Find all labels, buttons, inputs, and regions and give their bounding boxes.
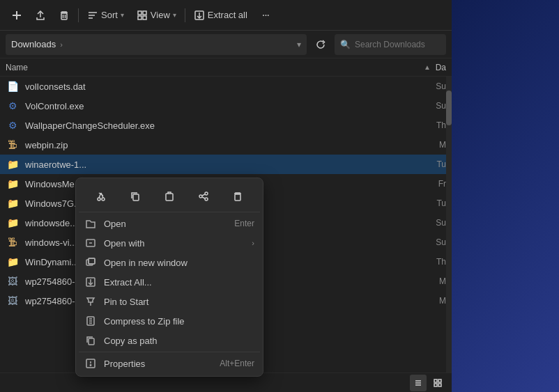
- ctx-divider: [79, 352, 260, 352]
- view-button[interactable]: View ▾: [131, 4, 182, 26]
- ctx-properties-icon: [84, 357, 97, 370]
- file-date: Su: [425, 237, 446, 247]
- delete-button[interactable]: [53, 4, 75, 26]
- more-icon: ···: [260, 10, 271, 21]
- file-row[interactable]: ⚙ WallpaperChangeScheduler.exe Th: [0, 116, 452, 135]
- scrollbar-thumb[interactable]: [446, 91, 452, 125]
- svg-point-50: [90, 365, 91, 366]
- search-box[interactable]: 🔍: [335, 34, 446, 55]
- sort-chevron-icon: ▾: [121, 11, 124, 19]
- new-item-icon: [11, 10, 22, 21]
- ctx-compress-to-zip-label: Compress to Zip file: [104, 316, 254, 327]
- svg-point-22: [98, 198, 100, 201]
- svg-rect-47: [89, 338, 94, 345]
- ctx-extract-all-item[interactable]: Extract All...: [79, 272, 260, 292]
- extract-all-icon: [194, 10, 205, 21]
- context-menu: Open Enter Open with › Open in new windo…: [75, 178, 263, 377]
- svg-rect-27: [133, 194, 139, 201]
- file-icon: 📁: [6, 157, 20, 171]
- search-input[interactable]: [355, 40, 441, 49]
- sort-icon: [87, 10, 98, 21]
- file-row[interactable]: ⚙ VolControl.exe Su: [0, 96, 452, 116]
- file-icon: 📁: [6, 255, 20, 269]
- svg-rect-19: [438, 379, 441, 382]
- ctx-open-item[interactable]: Open Enter: [79, 214, 260, 233]
- file-icon: 🖼: [6, 274, 20, 288]
- svg-rect-34: [235, 194, 240, 201]
- view-chevron-icon: ▾: [173, 11, 176, 19]
- view-label: View: [151, 10, 170, 20]
- svg-rect-28: [166, 194, 173, 201]
- file-row[interactable]: 📁 winaerotwe-1... Tu: [0, 155, 452, 174]
- refresh-button[interactable]: [311, 35, 330, 54]
- file-name: winaerotwe-1...: [25, 159, 425, 170]
- address-path-text: Downloads: [11, 39, 56, 49]
- ctx-extract-icon: [84, 276, 97, 288]
- new-item-button[interactable]: [6, 4, 28, 26]
- file-icon: 📁: [6, 216, 20, 230]
- ctx-copy-as-path-icon: [84, 334, 97, 347]
- svg-rect-12: [143, 16, 146, 19]
- ctx-copy-as-path-label: Copy as path: [104, 336, 254, 346]
- sort-button[interactable]: Sort ▾: [82, 4, 130, 26]
- file-date: Su: [425, 218, 446, 228]
- ctx-cut-button[interactable]: [90, 185, 112, 207]
- file-name: WallpaperChangeScheduler.exe: [25, 120, 425, 131]
- ctx-open-new-window-item[interactable]: Open in new window: [79, 253, 260, 272]
- ctx-delete-button[interactable]: [227, 185, 249, 207]
- svg-rect-18: [434, 379, 437, 382]
- ctx-compress-to-zip-item[interactable]: Compress to Zip file: [79, 311, 260, 331]
- file-name: VolControl.exe: [25, 101, 425, 111]
- file-icon: 📁: [6, 177, 20, 191]
- ctx-copy-as-path-item[interactable]: Copy as path: [79, 331, 260, 350]
- ctx-open-with-label: Open with: [104, 238, 245, 249]
- ctx-pin-to-start-label: Pin to Start: [104, 297, 254, 307]
- file-date: Th: [425, 120, 446, 130]
- file-date: Su: [425, 101, 446, 111]
- file-date: Su: [425, 81, 446, 91]
- svg-rect-21: [438, 384, 441, 386]
- scrollbar-track[interactable]: [446, 77, 452, 373]
- extract-all-button[interactable]: Extract all: [188, 4, 253, 26]
- svg-rect-11: [138, 16, 141, 19]
- file-icon: 📁: [6, 196, 20, 210]
- file-row[interactable]: 🗜 webpin.zip M: [0, 135, 452, 155]
- toolbar: Sort ▾ View ▾ Extract all ···: [0, 0, 452, 31]
- sort-indicator-icon: ▲: [424, 63, 431, 71]
- ctx-pin-to-start-item[interactable]: Pin to Start: [79, 292, 260, 311]
- ctx-compress-icon: [84, 315, 97, 327]
- file-icon: 📄: [6, 79, 20, 93]
- file-date: M: [425, 276, 446, 286]
- file-date: Th: [425, 257, 446, 267]
- ctx-pin-icon: [84, 295, 97, 308]
- address-dropdown-icon[interactable]: ▾: [297, 40, 301, 49]
- svg-rect-10: [143, 11, 146, 15]
- ctx-open-with-icon: [84, 237, 97, 249]
- ctx-extract-all-label: Extract All...: [104, 277, 254, 288]
- ctx-copy-button[interactable]: [124, 185, 146, 207]
- ctx-open-label: Open: [104, 219, 227, 229]
- view-icon: [137, 10, 148, 21]
- ctx-open-icon: [84, 217, 97, 230]
- list-view-button[interactable]: [410, 375, 427, 391]
- address-path[interactable]: Downloads › ▾: [6, 34, 307, 55]
- more-button[interactable]: ···: [254, 4, 277, 26]
- svg-rect-20: [434, 384, 437, 386]
- extract-all-label: Extract all: [208, 10, 247, 20]
- svg-rect-38: [89, 258, 95, 264]
- file-date: Tu: [425, 198, 446, 208]
- grid-view-button[interactable]: [429, 375, 446, 391]
- svg-point-31: [205, 198, 208, 201]
- name-column-header[interactable]: Name: [6, 63, 425, 72]
- context-menu-mini-toolbar: [79, 181, 260, 212]
- ctx-share-button[interactable]: [192, 185, 215, 207]
- path-chevron-icon: ›: [60, 40, 63, 49]
- ctx-properties-item[interactable]: Properties Alt+Enter: [79, 354, 260, 373]
- ctx-open-new-window-label: Open in new window: [104, 258, 254, 268]
- file-row[interactable]: 📄 volIconsets.dat Su: [0, 77, 452, 96]
- ctx-paste-button[interactable]: [158, 185, 181, 207]
- svg-rect-9: [138, 11, 141, 15]
- ctx-open-with-item[interactable]: Open with ›: [79, 233, 260, 253]
- file-name: webpin.zip: [25, 140, 425, 150]
- share-button[interactable]: [29, 4, 52, 26]
